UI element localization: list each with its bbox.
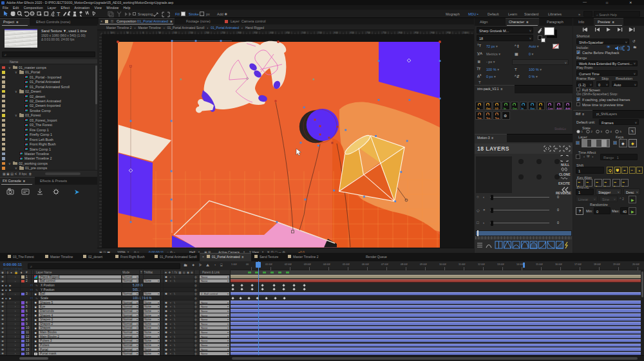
svg-text:500: 500	[302, 32, 306, 34]
svg-text:250: 250	[222, 32, 225, 34]
svg-text:700: 700	[366, 32, 370, 34]
svg-text:950: 950	[447, 32, 451, 34]
svg-text:750: 750	[383, 32, 386, 34]
svg-text:900: 900	[431, 32, 435, 34]
svg-text:200: 200	[205, 32, 209, 34]
svg-text:150: 150	[189, 32, 193, 34]
svg-text:50: 50	[126, 32, 129, 34]
svg-text:1000: 1000	[463, 32, 468, 34]
svg-text:550: 550	[318, 32, 322, 34]
svg-text:300: 300	[238, 32, 242, 34]
svg-text:NULL: NULL	[561, 163, 569, 167]
svg-text:400: 400	[270, 32, 274, 34]
svg-text:100: 100	[110, 32, 114, 34]
svg-text:650: 650	[350, 32, 354, 34]
svg-text:T: T	[57, 11, 61, 17]
svg-text:850: 850	[415, 32, 419, 34]
svg-text:0: 0	[142, 32, 144, 34]
svg-text:EXCITE: EXCITE	[558, 181, 571, 185]
svg-text:50: 50	[158, 32, 161, 34]
svg-text:100: 100	[173, 32, 177, 34]
svg-text:450: 450	[286, 32, 290, 34]
svg-text:800: 800	[399, 32, 402, 34]
svg-text:600: 600	[334, 32, 338, 34]
svg-text:350: 350	[254, 32, 258, 34]
svg-text:CLONE: CLONE	[559, 172, 571, 176]
